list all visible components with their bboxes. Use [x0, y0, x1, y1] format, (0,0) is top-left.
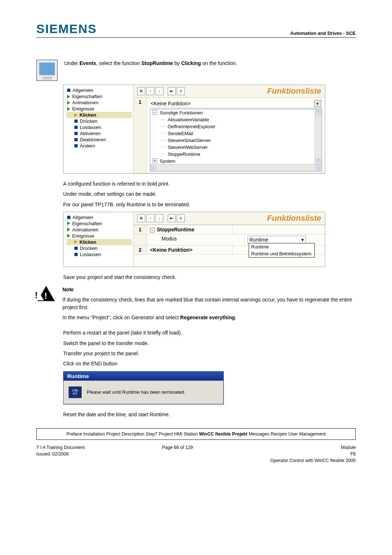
grid-row-modus: Modus Runtime ▾ Runtime Runtime und Betr…	[134, 234, 325, 246]
page-footer: T I A Training Document Issued: 02/2008 …	[36, 445, 356, 463]
note-block: ! Note If during the consistency check, …	[36, 286, 356, 324]
dropdown-option-runtime-os[interactable]: Runtime und Betriebssystem	[249, 250, 314, 257]
nav-messages[interactable]: Messages	[249, 432, 269, 437]
function-panel: ✕ ↑ ↓ ⇤ ≡ Funktionsliste 1 −StoppeRuntim…	[134, 212, 325, 267]
tree-item-loslassen[interactable]: Loslassen	[66, 124, 132, 130]
tree-item-aktivieren[interactable]: Aktivieren	[66, 130, 132, 137]
text-bold: Events	[79, 60, 96, 66]
footer-issued: Issued: 02/2008	[36, 451, 85, 457]
step-3: Transfer your project to the panel.	[63, 350, 356, 357]
tree-item-deaktivieren[interactable]: Deaktivieren	[66, 137, 132, 143]
grid-row-1: 1 −StoppeRuntime	[134, 225, 325, 234]
tree-item-klicken[interactable]: Klicken	[66, 112, 132, 118]
scroll-down-icon[interactable]: ˅	[315, 158, 322, 165]
row-label: −StoppeRuntime	[147, 225, 233, 234]
nav-user-management[interactable]: User Management	[288, 432, 326, 437]
toolbar-buttons: ✕ ↑ ↓ ⇤ ≡	[137, 87, 185, 95]
label: Eigenschaften	[72, 221, 102, 226]
note-heading: Note	[62, 286, 356, 293]
square-bullet-icon	[74, 144, 78, 147]
nav-installation[interactable]: Installation	[83, 432, 105, 437]
toolbar-up-icon[interactable]: ↑	[146, 214, 154, 222]
toolbar-indent-icon[interactable]: ≡	[177, 87, 185, 95]
toolbar-down-icon[interactable]: ↓	[155, 214, 163, 222]
dialog-body: Cfle RT Please wait until Runtime has be…	[64, 381, 223, 404]
list-item-webserver[interactable]: SteuereWebServer	[150, 144, 315, 151]
nav-preface[interactable]: Preface	[66, 432, 82, 437]
toolbar-outdent-icon[interactable]: ⇤	[168, 87, 176, 95]
tree-item-loslassen[interactable]: Loslassen	[66, 251, 132, 258]
horizontal-scrollbar[interactable]: ‹ ›	[150, 164, 322, 171]
function-grid: 1 −StoppeRuntime Modus Runtime ▾ Runtime	[134, 225, 325, 255]
chevron-down-icon[interactable]: ▾	[314, 100, 321, 107]
nav-recipes[interactable]: Recipes	[271, 432, 287, 437]
function-dropdown[interactable]: <Keine Funktion> ▾	[150, 99, 322, 108]
tree-item-allgemein[interactable]: Allgemein	[66, 214, 132, 220]
tree-item-eigenschaften[interactable]: Eigenschaften	[66, 93, 132, 100]
triangle-icon	[67, 107, 70, 111]
list-item-aktualisiere[interactable]: AktualisiereVariable	[150, 116, 315, 123]
list-item-stopperuntime[interactable]: StoppeRuntime	[150, 151, 315, 158]
runtime-app-icon: Cfle RT	[69, 386, 82, 398]
label: Deaktivieren	[80, 137, 106, 142]
toolbar-indent-icon[interactable]: ≡	[177, 214, 185, 222]
dropdown-value: <Keine Funktion>	[151, 101, 191, 106]
toolbar-outdent-icon[interactable]: ⇤	[168, 214, 176, 222]
vertical-scrollbar[interactable]: ˄ ˅	[315, 109, 322, 165]
nav-hmi[interactable]: HMI Station	[174, 432, 198, 437]
step-1: Perform a restart at the panel (take it …	[63, 329, 356, 336]
header-subtitle: Automation and Drives - SCE	[290, 31, 356, 36]
screenshot-funktionsliste-2: Allgemein Eigenschaften Animationen Erei…	[63, 212, 325, 267]
tree-item-ereignisse[interactable]: Ereignisse	[66, 233, 132, 239]
function-dropdown-list: Sonstige Funktionen AktualisiereVariable…	[150, 109, 322, 171]
list-group-system[interactable]: System	[150, 158, 315, 165]
tree-item-druecken[interactable]: Drücken	[66, 118, 132, 124]
toolbar-down-icon[interactable]: ↓	[155, 87, 163, 95]
square-bullet-icon	[74, 253, 78, 256]
label: Loslassen	[80, 252, 101, 257]
toolbar-close-icon[interactable]: ✕	[137, 87, 145, 95]
label: Allgemein	[73, 215, 93, 220]
nav-wincc-current[interactable]: WinCC flexible Projekt	[199, 432, 247, 437]
list-group-sonstige[interactable]: Sonstige Funktionen	[150, 109, 315, 116]
scroll-right-icon[interactable]: ›	[315, 165, 322, 171]
row-param-label: Modus	[147, 234, 245, 245]
list-item-sendemail[interactable]: SendeEMail	[150, 130, 315, 137]
label: StoppeRuntime	[157, 227, 194, 232]
tree-item-allgemein[interactable]: Allgemein	[66, 87, 132, 93]
toolbar-up-icon[interactable]: ↑	[146, 87, 154, 95]
square-bullet-icon	[74, 132, 78, 135]
footer-module: Module	[270, 445, 356, 450]
triangle-icon	[67, 222, 70, 225]
triangle-icon	[67, 95, 70, 98]
spacer	[164, 87, 167, 95]
collapse-icon[interactable]: −	[150, 228, 155, 232]
text: .	[235, 315, 236, 320]
text-bold: Clicking	[181, 60, 201, 66]
note-text: Note If during the consistency check, li…	[62, 286, 356, 324]
dropdown-option-runtime[interactable]: Runtime	[249, 243, 314, 250]
function-body: 1 <Keine Funktion> ▾ Sonstige Funktionen…	[134, 98, 325, 173]
scroll-left-icon[interactable]: ‹	[150, 165, 157, 171]
list-item-oeffne[interactable]: OeffneInternetExplorer	[150, 123, 315, 130]
tree-item-ereignisse[interactable]: Ereignisse	[66, 106, 132, 112]
tree-item-eigenschaften[interactable]: Eigenschaften	[66, 220, 132, 227]
tree-item-aendern[interactable]: Ändern	[66, 143, 132, 149]
nav-project-description[interactable]: Project Description	[106, 432, 144, 437]
note-p1: If during the consistency check, lines t…	[62, 296, 356, 311]
square-bullet-icon	[74, 126, 78, 129]
list-item-smartserver[interactable]: SteuereSmartServer	[150, 137, 315, 144]
tree-item-animationen[interactable]: Animationen	[66, 227, 132, 233]
footer-left: T I A Training Document Issued: 02/2008	[36, 445, 85, 463]
tree-item-klicken[interactable]: Klicken	[66, 239, 132, 245]
scroll-up-icon[interactable]: ˄	[315, 109, 322, 116]
modus-dropdown[interactable]: Runtime ▾	[248, 236, 306, 244]
label: Animationen	[72, 227, 98, 232]
tree-item-animationen[interactable]: Animationen	[66, 100, 132, 106]
chevron-down-icon[interactable]: ▾	[301, 237, 304, 243]
toolbar-close-icon[interactable]: ✕	[137, 214, 145, 222]
tree-item-druecken[interactable]: Drücken	[66, 245, 132, 251]
nav-step7[interactable]: Step7 Project	[146, 432, 173, 437]
save-line: Save your project and start the consiste…	[63, 274, 356, 281]
triangle-icon	[74, 240, 77, 244]
